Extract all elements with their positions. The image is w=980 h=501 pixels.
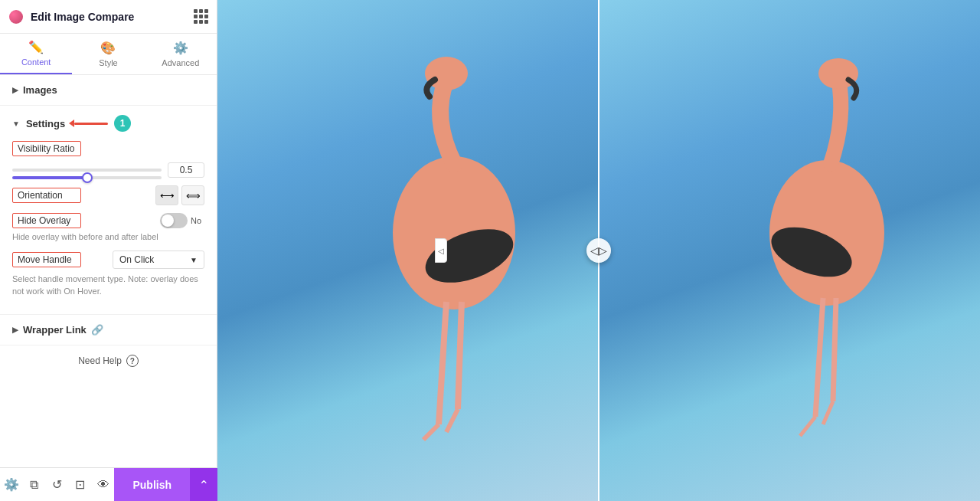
tab-content-label: Content bbox=[21, 57, 51, 67]
slider-row: 0.5 bbox=[12, 162, 204, 178]
toolbar-history-icon[interactable]: ↺ bbox=[46, 468, 69, 502]
hide-overlay-toggle[interactable] bbox=[160, 213, 188, 228]
move-handle-row: Move Handle On Click ▼ bbox=[12, 250, 204, 269]
hide-overlay-row: Hide Overlay No bbox=[12, 213, 204, 228]
expand-button[interactable]: ⌄ bbox=[190, 468, 217, 502]
image-compare: ◁▷ bbox=[217, 0, 980, 501]
panel-body: ▶ Images ▼ Settings 1 bbox=[0, 75, 217, 467]
panel-header: Edit Image Compare bbox=[0, 0, 217, 34]
images-section: ▶ Images bbox=[0, 75, 217, 106]
arrow-head bbox=[69, 120, 74, 127]
toolbar-icons: ⚙️ ⧉ ↺ ⊡ 👁 bbox=[0, 468, 114, 502]
move-handle-dropdown[interactable]: On Click ▼ bbox=[113, 250, 204, 269]
svg-line-4 bbox=[423, 424, 439, 440]
svg-line-5 bbox=[458, 302, 462, 409]
app-logo bbox=[9, 10, 23, 24]
dropdown-arrow-icon: ▼ bbox=[190, 256, 198, 264]
advanced-tab-icon: ⚙️ bbox=[173, 41, 188, 55]
grid-menu-icon[interactable] bbox=[194, 9, 207, 24]
hide-overlay-help: Hide overlay with before and after label bbox=[12, 231, 204, 243]
visibility-ratio-slider[interactable] bbox=[12, 176, 162, 179]
visibility-ratio-row: Visibility Ratio bbox=[12, 141, 204, 156]
orientation-label: Orientation bbox=[12, 188, 81, 203]
publish-button[interactable]: Publish bbox=[114, 468, 190, 502]
image-compare-right bbox=[599, 0, 980, 501]
svg-line-6 bbox=[446, 409, 458, 432]
content-tab-icon: ✏️ bbox=[28, 40, 44, 54]
wrapper-link-label: Wrapper Link bbox=[23, 324, 87, 336]
style-tab-icon: 🎨 bbox=[100, 41, 116, 55]
svg-line-11 bbox=[800, 417, 815, 436]
panel-collapse-button[interactable]: ◁ bbox=[435, 238, 447, 263]
arrow-indicator bbox=[74, 123, 108, 125]
flamingo-right-svg bbox=[712, 41, 942, 501]
tab-advanced-label: Advanced bbox=[162, 58, 199, 67]
tab-style[interactable]: 🎨 Style bbox=[72, 34, 144, 74]
move-handle-label: Move Handle bbox=[12, 252, 81, 267]
tab-advanced[interactable]: ⚙️ Advanced bbox=[145, 34, 217, 74]
flamingo-left-svg bbox=[339, 41, 569, 501]
orientation-vertical-btn[interactable]: ⟺ bbox=[181, 185, 204, 205]
compare-handle[interactable]: ◁▷ bbox=[586, 238, 611, 263]
settings-section-body: Visibility Ratio 0.5 Orientation ⟷ ⟺ bbox=[0, 141, 217, 314]
move-handle-value: On Click bbox=[119, 254, 154, 265]
tab-content[interactable]: ✏️ Content bbox=[0, 34, 72, 74]
images-collapse-arrow: ▶ bbox=[12, 86, 18, 94]
svg-line-13 bbox=[823, 401, 833, 424]
settings-section: ▼ Settings 1 Visibility Ratio bbox=[0, 106, 217, 315]
svg-line-10 bbox=[815, 298, 823, 417]
move-handle-help: Select handle movement type. Note: overl… bbox=[12, 273, 204, 297]
settings-section-header[interactable]: ▼ Settings 1 bbox=[0, 106, 217, 141]
wrapper-link-emoji: 🔗 bbox=[91, 324, 103, 336]
tab-style-label: Style bbox=[99, 58, 117, 67]
toolbar-layers-icon[interactable]: ⧉ bbox=[23, 468, 46, 502]
wrapper-link-section[interactable]: ▶ Wrapper Link 🔗 bbox=[0, 315, 217, 345]
toggle-knob bbox=[162, 214, 174, 227]
settings-badge: 1 bbox=[114, 115, 131, 132]
orientation-row: Orientation ⟷ ⟺ bbox=[12, 185, 204, 205]
arrow-line bbox=[74, 123, 108, 125]
settings-section-label: Settings bbox=[26, 118, 65, 129]
toolbar-preview-icon[interactable]: 👁 bbox=[92, 468, 115, 502]
wrapper-link-arrow: ▶ bbox=[12, 326, 18, 334]
panel-title: Edit Image Compare bbox=[31, 11, 194, 23]
images-section-label: Images bbox=[23, 84, 57, 96]
settings-collapse-arrow: ▼ bbox=[12, 120, 20, 128]
left-panel: Edit Image Compare ✏️ Content 🎨 Style ⚙️… bbox=[0, 0, 217, 501]
image-compare-left bbox=[217, 0, 599, 501]
orientation-buttons: ⟷ ⟺ bbox=[155, 185, 204, 205]
svg-line-3 bbox=[439, 302, 446, 424]
handle-arrows-icon: ◁▷ bbox=[590, 244, 607, 257]
bottom-toolbar: ⚙️ ⧉ ↺ ⊡ 👁 Publish ⌄ bbox=[0, 467, 217, 501]
right-panel: ◁▷ bbox=[217, 0, 980, 501]
hide-overlay-label: Hide Overlay bbox=[12, 213, 81, 228]
slider-track bbox=[12, 169, 162, 172]
toggle-no-label: No bbox=[191, 216, 201, 225]
toolbar-copy-icon[interactable]: ⊡ bbox=[69, 468, 92, 502]
toolbar-settings-icon[interactable]: ⚙️ bbox=[0, 468, 23, 502]
need-help[interactable]: Need Help ? bbox=[0, 345, 217, 376]
orientation-horizontal-btn[interactable]: ⟷ bbox=[155, 185, 178, 205]
hide-overlay-toggle-wrap: No bbox=[160, 213, 204, 228]
visibility-ratio-value[interactable]: 0.5 bbox=[168, 162, 204, 178]
need-help-label: Need Help bbox=[78, 355, 122, 366]
help-circle-icon: ? bbox=[126, 355, 139, 367]
compare-divider: ◁▷ bbox=[598, 0, 599, 501]
visibility-ratio-label: Visibility Ratio bbox=[12, 141, 81, 156]
svg-line-12 bbox=[833, 298, 836, 401]
expand-icon: ⌄ bbox=[199, 477, 209, 492]
images-section-header[interactable]: ▶ Images bbox=[0, 75, 217, 105]
tab-bar: ✏️ Content 🎨 Style ⚙️ Advanced bbox=[0, 34, 217, 75]
